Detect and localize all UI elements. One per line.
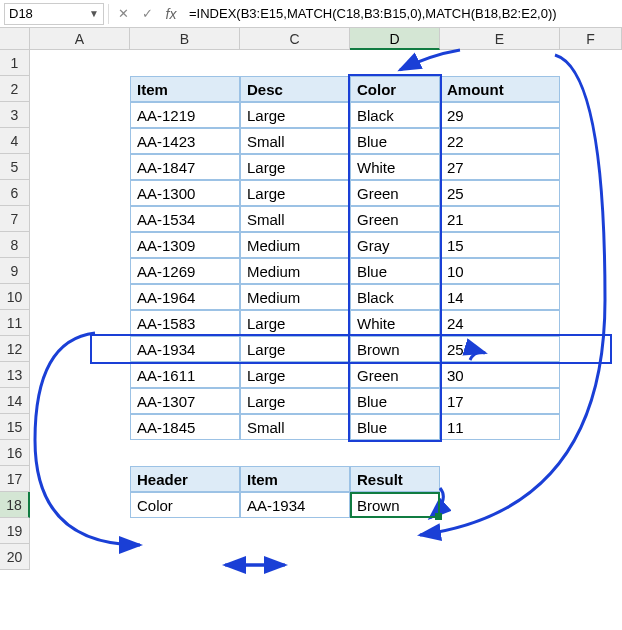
col-header-F[interactable]: F xyxy=(560,28,622,50)
table1-cell[interactable]: White xyxy=(350,154,440,180)
table1-cell[interactable]: Blue xyxy=(350,258,440,284)
row-header-13[interactable]: 13 xyxy=(0,362,30,388)
row-header-15[interactable]: 15 xyxy=(0,414,30,440)
row-header-20[interactable]: 20 xyxy=(0,544,30,570)
table1-cell[interactable]: 24 xyxy=(440,310,560,336)
col-header-E[interactable]: E xyxy=(440,28,560,50)
separator xyxy=(108,4,109,24)
row-header-8[interactable]: 8 xyxy=(0,232,30,258)
chevron-down-icon[interactable]: ▼ xyxy=(89,8,99,19)
table2-cell[interactable]: Color xyxy=(130,492,240,518)
table1-cell[interactable]: AA-1300 xyxy=(130,180,240,206)
table1-cell[interactable]: AA-1269 xyxy=(130,258,240,284)
col-header-A[interactable]: A xyxy=(30,28,130,50)
table1-cell[interactable]: Large xyxy=(240,336,350,362)
table1-cell[interactable]: 30 xyxy=(440,362,560,388)
table2-header-1[interactable]: Item xyxy=(240,466,350,492)
col-header-C[interactable]: C xyxy=(240,28,350,50)
table1-cell[interactable]: AA-1534 xyxy=(130,206,240,232)
table2-header-0[interactable]: Header xyxy=(130,466,240,492)
table1-cell[interactable]: Green xyxy=(350,180,440,206)
formula-bar: D18 ▼ ✕ ✓ fx =INDEX(B3:E15,MATCH(C18,B3:… xyxy=(0,0,622,28)
table1-cell[interactable]: Medium xyxy=(240,258,350,284)
col-header-B[interactable]: B xyxy=(130,28,240,50)
table1-header-0[interactable]: Item xyxy=(130,76,240,102)
table1-cell[interactable]: 29 xyxy=(440,102,560,128)
row-header-16[interactable]: 16 xyxy=(0,440,30,466)
table1-cell[interactable]: 15 xyxy=(440,232,560,258)
table1-cell[interactable]: AA-1583 xyxy=(130,310,240,336)
table1-header-2[interactable]: Color xyxy=(350,76,440,102)
row-header-9[interactable]: 9 xyxy=(0,258,30,284)
fx-icon[interactable]: fx xyxy=(161,4,181,24)
table1-cell[interactable]: Green xyxy=(350,362,440,388)
table1-cell[interactable]: Gray xyxy=(350,232,440,258)
table1-cell[interactable]: AA-1934 xyxy=(130,336,240,362)
row-header-18[interactable]: 18 xyxy=(0,492,30,518)
table1-cell[interactable]: 25 xyxy=(440,336,560,362)
row-header-4[interactable]: 4 xyxy=(0,128,30,154)
table1-cell[interactable]: 22 xyxy=(440,128,560,154)
table1-cell[interactable]: Large xyxy=(240,102,350,128)
name-box-value: D18 xyxy=(9,6,89,21)
table1-cell[interactable]: Blue xyxy=(350,414,440,440)
table1-cell[interactable]: 17 xyxy=(440,388,560,414)
table1-cell[interactable]: Large xyxy=(240,310,350,336)
table2-cell[interactable]: Brown xyxy=(350,492,440,518)
table1-cell[interactable]: 14 xyxy=(440,284,560,310)
row-header-6[interactable]: 6 xyxy=(0,180,30,206)
table1-cell[interactable]: 10 xyxy=(440,258,560,284)
table1-cell[interactable]: Medium xyxy=(240,232,350,258)
table1-cell[interactable]: Small xyxy=(240,414,350,440)
table1-cell[interactable]: Large xyxy=(240,154,350,180)
table1-cell[interactable]: AA-1309 xyxy=(130,232,240,258)
row-header-10[interactable]: 10 xyxy=(0,284,30,310)
table1-cell[interactable]: 27 xyxy=(440,154,560,180)
name-box[interactable]: D18 ▼ xyxy=(4,3,104,25)
table1-cell[interactable]: Blue xyxy=(350,128,440,154)
accept-icon[interactable]: ✓ xyxy=(137,4,157,24)
row-header-3[interactable]: 3 xyxy=(0,102,30,128)
row-header-11[interactable]: 11 xyxy=(0,310,30,336)
table1-cell[interactable]: AA-1219 xyxy=(130,102,240,128)
table1-cell[interactable]: AA-1845 xyxy=(130,414,240,440)
table1-cell[interactable]: 21 xyxy=(440,206,560,232)
table1-cell[interactable]: AA-1847 xyxy=(130,154,240,180)
table1-cell[interactable]: 11 xyxy=(440,414,560,440)
table1-cell[interactable]: Large xyxy=(240,180,350,206)
row-header-14[interactable]: 14 xyxy=(0,388,30,414)
table1-cell[interactable]: AA-1307 xyxy=(130,388,240,414)
table1-cell[interactable]: 25 xyxy=(440,180,560,206)
table1-cell[interactable]: AA-1611 xyxy=(130,362,240,388)
row-header-19[interactable]: 19 xyxy=(0,518,30,544)
table2-header-2[interactable]: Result xyxy=(350,466,440,492)
table1-cell[interactable]: Blue xyxy=(350,388,440,414)
table1-cell[interactable]: Brown xyxy=(350,336,440,362)
row-header-7[interactable]: 7 xyxy=(0,206,30,232)
table1-cell[interactable]: AA-1964 xyxy=(130,284,240,310)
table1-cell[interactable]: AA-1423 xyxy=(130,128,240,154)
table1-cell[interactable]: Small xyxy=(240,206,350,232)
table1-cell[interactable]: White xyxy=(350,310,440,336)
table2-cell[interactable]: AA-1934 xyxy=(240,492,350,518)
row-header-1[interactable]: 1 xyxy=(0,50,30,76)
table1-cell[interactable]: Small xyxy=(240,128,350,154)
row-header-17[interactable]: 17 xyxy=(0,466,30,492)
table1-cell[interactable]: Black xyxy=(350,102,440,128)
select-all-corner[interactable] xyxy=(0,28,30,50)
row-header-5[interactable]: 5 xyxy=(0,154,30,180)
row-header-12[interactable]: 12 xyxy=(0,336,30,362)
row-header-2[interactable]: 2 xyxy=(0,76,30,102)
table1-cell[interactable]: Large xyxy=(240,388,350,414)
col-header-D[interactable]: D xyxy=(350,28,440,50)
formula-input[interactable]: =INDEX(B3:E15,MATCH(C18,B3:B15,0),MATCH(… xyxy=(185,6,618,21)
table1-header-3[interactable]: Amount xyxy=(440,76,560,102)
table1-cell[interactable]: Medium xyxy=(240,284,350,310)
table1-header-1[interactable]: Desc xyxy=(240,76,350,102)
cancel-icon[interactable]: ✕ xyxy=(113,4,133,24)
table1-cell[interactable]: Black xyxy=(350,284,440,310)
table1-cell[interactable]: Green xyxy=(350,206,440,232)
table1-cell[interactable]: Large xyxy=(240,362,350,388)
